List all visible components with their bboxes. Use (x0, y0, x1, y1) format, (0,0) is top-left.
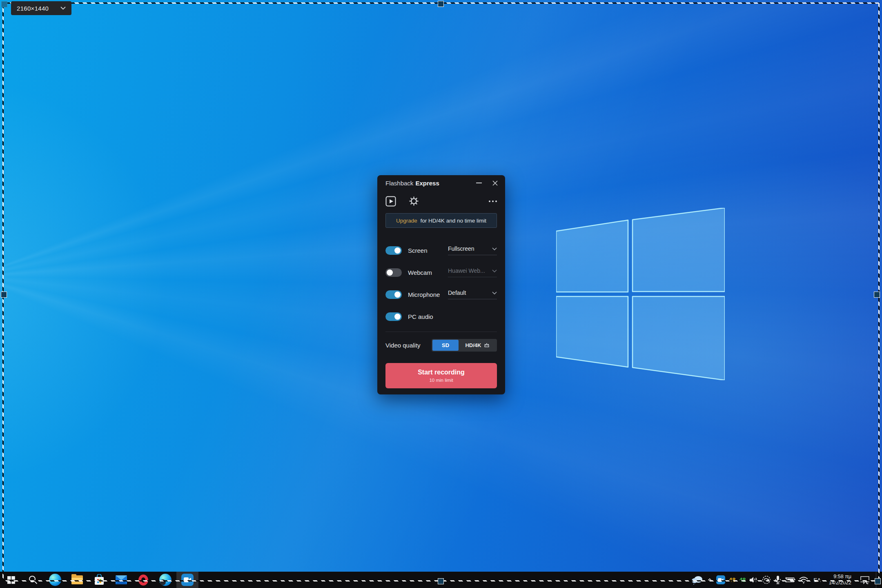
webcam-row: Webcam Huawei Web... (377, 261, 505, 283)
pc-audio-label: PC audio (408, 313, 433, 320)
app-title-bold: Express (415, 180, 439, 187)
screen-source-value: Fullscreen (448, 245, 474, 252)
tray-chevron-up-icon[interactable] (707, 578, 713, 582)
chevron-down-icon (60, 7, 66, 10)
hwmonitor-temp-green[interactable]: 48 (739, 577, 746, 583)
region-handle-top-middle[interactable] (438, 1, 444, 7)
clock[interactable]: 9:58 πμ 14/2/2022 (829, 574, 851, 586)
search-icon (28, 575, 38, 585)
hwmonitor-temp-yellow[interactable]: 48 (729, 577, 735, 583)
taskbar-store-button[interactable] (88, 572, 110, 588)
language-indicator[interactable]: ΕΛ (813, 577, 821, 583)
taskbar-edge-button[interactable] (44, 572, 66, 588)
tray-date: 14/2/2022 (829, 580, 851, 586)
taskbar-opera-button[interactable] (132, 572, 154, 588)
hd4k-quality-button[interactable]: HD/4K (459, 342, 496, 348)
taskbar-mail-button[interactable] (110, 572, 132, 588)
close-button[interactable] (492, 180, 498, 186)
pc-audio-toggle[interactable] (385, 312, 402, 321)
edge-profile-icon (159, 574, 172, 586)
edge-icon (49, 574, 61, 586)
meet-now-icon[interactable] (762, 575, 771, 584)
opera-icon (138, 575, 148, 586)
chevron-down-icon (492, 270, 497, 272)
chevron-down-icon (492, 292, 497, 294)
upgrade-link[interactable]: Upgrade (396, 218, 417, 224)
microphone-row: Microphone Default (377, 283, 505, 305)
video-quality-segmented-control: SD HD/4K (432, 339, 497, 352)
taskbar-search-button[interactable] (22, 572, 44, 588)
screen-label: Screen (408, 247, 428, 254)
region-handle-left-middle[interactable] (1, 292, 7, 298)
webcam-source-dropdown[interactable]: Huawei Web... (448, 267, 497, 277)
webcam-label: Webcam (408, 269, 432, 276)
taskbar-file-explorer-button[interactable] (66, 572, 88, 588)
microphone-toggle[interactable] (385, 290, 402, 299)
pc-audio-row: PC audio (377, 305, 505, 327)
microphone-in-use-icon[interactable] (775, 575, 781, 584)
screen-row: Screen Fullscreen (377, 239, 505, 261)
more-options-button[interactable] (489, 200, 497, 202)
start-button[interactable] (0, 572, 22, 588)
wifi-icon[interactable] (799, 577, 808, 584)
webcam-source-value: Huawei Web... (448, 267, 485, 274)
action-center-icon[interactable] (860, 576, 870, 584)
tray-time: 9:58 πμ (829, 574, 851, 580)
video-quality-label: Video quality (385, 342, 421, 349)
resolution-value: 882×588 (17, 5, 49, 12)
screen-source-dropdown[interactable]: Fullscreen (448, 245, 497, 255)
windows-start-icon (7, 576, 15, 584)
taskbar-flashback-button-active[interactable] (176, 572, 198, 588)
source-rows: Screen Fullscreen Webcam Huawei Web... M… (377, 239, 505, 327)
file-explorer-icon (71, 575, 83, 584)
upgrade-banner-text: for HD/4K and no time limit (419, 218, 486, 224)
microsoft-store-icon (94, 574, 105, 586)
region-handle-bottom-middle[interactable] (438, 578, 444, 584)
taskbar-edge2-button[interactable] (154, 572, 176, 588)
volume-icon[interactable] (749, 576, 758, 584)
flashback-express-window: Flashback Express Upgrade for HD/4K and … (377, 175, 505, 394)
windows-wallpaper-logo (556, 208, 725, 380)
flashback-tray-icon[interactable] (716, 575, 725, 584)
mail-icon (116, 575, 127, 584)
weather-icon[interactable] (691, 575, 703, 585)
start-recording-label: Start recording (418, 369, 465, 376)
screen: { "region_selector": { "resolution_label… (0, 0, 882, 588)
upgrade-banner[interactable]: Upgrade for HD/4K and no time limit (385, 213, 497, 228)
recordings-player-button[interactable] (385, 196, 396, 207)
app-title: Flashback (385, 180, 413, 187)
region-handle-bottom-right[interactable] (875, 578, 881, 584)
time-limit-label: 10 min limit (429, 378, 453, 383)
hd4k-label: HD/4K (465, 342, 481, 348)
region-handle-right-middle[interactable] (874, 292, 880, 298)
webcam-toggle[interactable] (385, 268, 402, 277)
settings-gear-icon[interactable] (408, 196, 419, 207)
microphone-source-value: Default (448, 290, 466, 296)
flashback-camera-icon (181, 574, 194, 586)
microphone-source-dropdown[interactable]: Default (448, 290, 497, 299)
premium-crown-icon (484, 343, 490, 347)
battery-charging-icon[interactable] (785, 577, 795, 583)
video-quality-row: Video quality SD HD/4K (377, 333, 505, 357)
toolbar (377, 196, 505, 207)
sd-quality-button[interactable]: SD (432, 340, 459, 351)
start-recording-button[interactable]: Start recording 10 min limit (385, 363, 497, 388)
resolution-dropdown[interactable]: 882×588 (11, 1, 71, 15)
titlebar[interactable]: Flashback Express (377, 175, 505, 191)
microphone-label: Microphone (408, 291, 440, 298)
region-handle-top-left[interactable] (1, 1, 7, 7)
chevron-down-icon (492, 247, 497, 250)
screen-toggle[interactable] (385, 246, 402, 255)
system-tray: 48 48 ΕΛ 9:58 πμ 14/2/2022 (691, 572, 882, 588)
minimize-button[interactable] (476, 183, 482, 183)
divider (385, 332, 497, 332)
